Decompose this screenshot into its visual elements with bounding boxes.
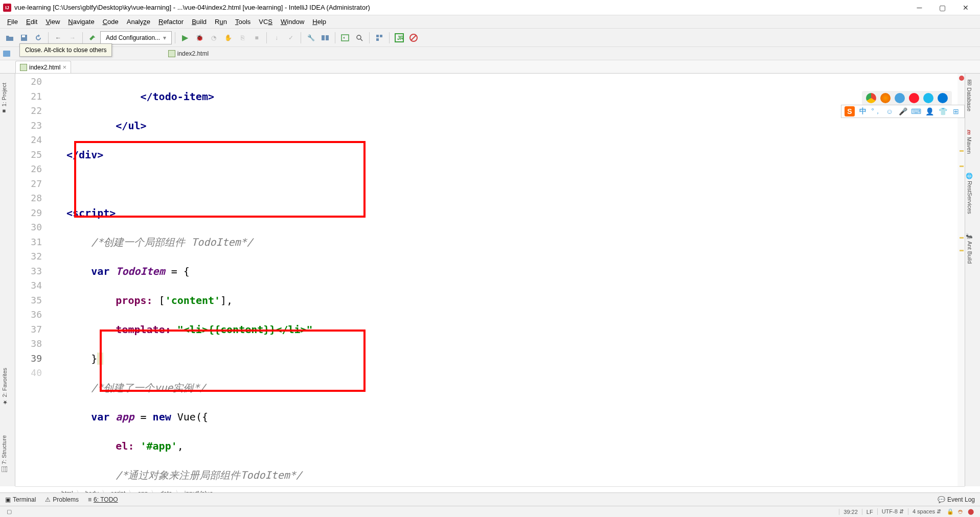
svg-line-13 [411,35,416,40]
menu-code[interactable]: Code [99,16,123,27]
tool-terminal[interactable]: ▣Terminal [5,496,36,503]
ime-keyboard-icon[interactable]: ⌨ [911,106,921,116]
refresh-icon[interactable] [32,31,45,44]
nav-file[interactable]: index2.html [168,50,209,57]
tool-project[interactable]: ■ 1: Project [0,79,8,119]
attach-icon[interactable]: ⎘ [236,31,249,44]
menubar: File Edit View Navigate Code Analyze Ref… [0,15,980,29]
gutter: 20212223 24252627 28293031 32333435 3637… [15,74,51,486]
run-config-dropdown[interactable]: Add Configuration...▾ [100,31,172,44]
app-icon: IJ [3,4,11,12]
tooltip-close-tab: Close. Alt-click to close others [19,43,112,57]
close-window-button[interactable]: ✕ [954,0,977,15]
status-le[interactable]: LF [862,509,877,515]
safari-icon[interactable] [895,93,905,103]
menu-view[interactable]: View [41,16,64,27]
svg-rect-7 [376,35,379,37]
ime-mic-icon[interactable]: 🎤 [898,106,908,116]
code-area[interactable]: </todo-item> </ul> </div> <script> /*创建一… [51,74,965,486]
close-tab-icon[interactable]: × [62,63,66,71]
minimize-button[interactable]: ─ [908,0,931,15]
ime-user-icon[interactable]: 👤 [924,106,935,116]
svg-rect-4 [341,35,349,41]
project-structure-icon[interactable] [318,31,332,44]
error-indicator[interactable] [959,76,964,81]
tool-rest[interactable]: 🌐 RestServices [965,168,974,218]
titlebar: IJ vue-learning [C:\Users\gblfy\Desktop\… [0,0,980,15]
tab-label: index2.html [29,64,60,71]
vcs-update-icon[interactable]: ↓ [270,31,283,44]
menu-navigate[interactable]: Navigate [64,16,98,27]
hammer-icon[interactable] [86,31,99,44]
forward-icon[interactable]: → [66,31,79,44]
stop-icon[interactable]: ■ [250,31,263,44]
ime-punct-icon[interactable]: °， [871,106,881,116]
svg-rect-1 [22,35,25,37]
menu-run[interactable]: Run [211,16,231,27]
maximize-button[interactable]: ▢ [931,0,954,15]
firefox-icon[interactable] [880,93,891,103]
edge-icon[interactable] [938,93,948,103]
structure-toggle-icon[interactable] [373,31,386,44]
coverage-icon[interactable]: ◔ [207,31,220,44]
disable-icon[interactable] [407,31,420,44]
tool-maven[interactable]: m Maven [965,126,973,158]
marker-strip[interactable] [958,74,965,486]
status-enc[interactable]: UTF-8 ⇵ [877,508,908,515]
left-tool-strip: ■ 1: Project ★ 2: Favorites ⿲ 7: Structu… [0,74,15,486]
debug-icon[interactable]: 🐞 [193,31,206,44]
editor-tabs: index2.html × [0,60,980,74]
svg-rect-9 [376,38,379,41]
browser-preview-bar [862,91,952,105]
run-icon[interactable]: ▶ [178,31,192,44]
menu-vcs[interactable]: VCS [255,16,277,27]
menu-window[interactable]: Window [277,16,308,27]
lock-icon[interactable]: 🔒 [947,508,954,515]
wrench-icon[interactable]: 🔧 [304,31,317,44]
tab-index2[interactable]: index2.html × [15,61,71,73]
sogou-icon[interactable]: S [845,106,855,116]
ime-lang[interactable]: 中 [858,106,868,116]
hat-icon[interactable]: ⛑ [957,508,964,515]
tool-problems[interactable]: ⚠Problems [45,496,79,503]
status-tool-icon[interactable]: ▢ [6,508,13,515]
vcs-commit-icon[interactable]: ✓ [284,31,298,44]
search-icon[interactable] [353,31,366,44]
tool-event-log[interactable]: 💬Event Log [938,496,975,503]
menu-build[interactable]: Build [188,16,211,27]
alert-icon[interactable]: ⬤ [967,508,974,515]
menu-analyze[interactable]: Analyze [123,16,154,27]
statusbar: ▢ 39:22 LF UTF-8 ⇵ 4 spaces ⇵ 🔒 ⛑ ⬤ [0,506,980,517]
menu-file[interactable]: File [3,16,22,27]
ime-emoji-icon[interactable]: ☺ [884,106,895,116]
svg-rect-3 [326,35,329,40]
menu-edit[interactable]: Edit [22,16,41,27]
tool-todo[interactable]: ≡6: TODO [88,496,118,503]
right-tool-strip: 🗄 Database m Maven 🌐 RestServices 🐜 Ant … [965,74,980,486]
tool-ant[interactable]: 🐜 Ant Build [965,228,974,268]
svg-line-6 [360,39,362,41]
jrebel-icon[interactable]: JR [393,31,406,44]
ime-skin-icon[interactable]: 👕 [938,106,948,116]
save-icon[interactable] [17,31,31,44]
profile-icon[interactable]: ✋ [221,31,235,44]
ie-icon[interactable] [923,93,933,103]
status-indent[interactable]: 4 spaces ⇵ [908,508,945,515]
bottom-toolbar: ▣Terminal ⚠Problems ≡6: TODO 💬Event Log [0,492,980,506]
back-icon[interactable]: ← [52,31,65,44]
tool-database[interactable]: 🗄 Database [965,76,973,115]
open-icon[interactable] [3,31,16,44]
tool-structure[interactable]: ⿲ 7: Structure [0,431,8,476]
svg-point-5 [357,35,361,39]
run-anything-icon[interactable] [338,31,352,44]
chrome-icon[interactable] [866,93,876,103]
svg-text:JR: JR [397,35,404,41]
tool-favorites[interactable]: ★ 2: Favorites [0,364,9,410]
ime-tools-icon[interactable]: ⊞ [951,106,961,116]
menu-tools[interactable]: Tools [231,16,255,27]
menu-help[interactable]: Help [308,16,330,27]
menu-refactor[interactable]: Refactor [154,16,188,27]
status-pos[interactable]: 39:22 [839,509,862,515]
editor[interactable]: 20212223 24252627 28293031 32333435 3637… [15,74,965,486]
opera-icon[interactable] [909,93,919,103]
